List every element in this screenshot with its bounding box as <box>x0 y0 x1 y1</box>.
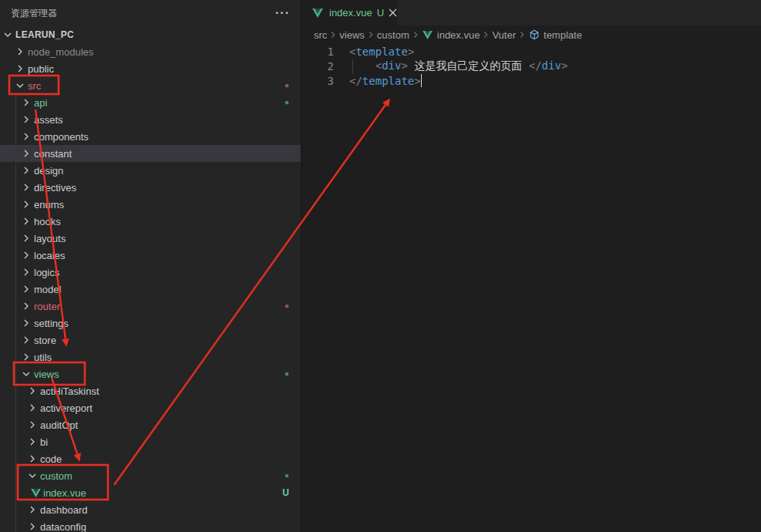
tree-item-label: code <box>40 453 62 465</box>
tree-item-components[interactable]: components <box>0 128 301 145</box>
tree-item-logics[interactable]: logics <box>0 264 301 281</box>
tree-item-settings[interactable]: settings <box>0 315 301 332</box>
tree-item-auditOpt[interactable]: auditOpt <box>0 416 301 433</box>
tree-item-label: hooks <box>34 216 61 227</box>
tree-item-label: bi <box>40 436 48 448</box>
line-number: 2 <box>302 60 334 72</box>
tree-item-label: model <box>34 284 61 295</box>
line-number: 3 <box>302 75 334 87</box>
tree-item-label: public <box>28 63 54 75</box>
tree-item-label: components <box>34 131 89 143</box>
editor-indent-guide <box>352 59 353 74</box>
tab-label: index.vue <box>329 7 372 19</box>
chevron-down-icon <box>20 368 32 380</box>
chevron-right-icon <box>20 249 32 261</box>
tree-item-locales[interactable]: locales <box>0 247 301 264</box>
breadcrumb-item-src[interactable]: src <box>314 29 327 41</box>
breadcrumb-item-custom[interactable]: custom <box>377 29 409 41</box>
breadcrumb-label: Vuter <box>492 29 516 41</box>
chevron-right-icon <box>20 113 32 126</box>
tree-item-node_modules[interactable]: node_modules <box>0 43 301 60</box>
tree-item-dataconfig[interactable]: dataconfig <box>0 518 301 532</box>
breadcrumb: src views custom index.vue Vuter templat… <box>302 25 761 44</box>
tree-item-code[interactable]: code <box>0 450 301 467</box>
close-icon[interactable] <box>389 8 397 17</box>
chevron-right-icon <box>20 351 32 363</box>
tree-item-directives[interactable]: directives <box>0 179 301 196</box>
tab-modified-badge: U <box>377 7 384 19</box>
tree-item-store[interactable]: store <box>0 332 301 348</box>
tree-item-assets[interactable]: assets <box>0 111 301 128</box>
line-number: 1 <box>302 45 334 58</box>
breadcrumb-item-views[interactable]: views <box>339 29 365 41</box>
chevron-right-icon <box>14 62 26 75</box>
tree-item-index.vue[interactable]: index.vueU <box>0 484 301 501</box>
git-change-dot-badge: ● <box>285 99 289 106</box>
breadcrumb-label: index.vue <box>437 29 480 41</box>
tree-item-enums[interactable]: enums <box>0 196 301 213</box>
tree-item-api[interactable]: api● <box>0 94 301 111</box>
tree-item-bi[interactable]: bi <box>0 433 301 450</box>
tree-item-label: node_modules <box>28 46 93 58</box>
project-section-header[interactable]: LEARUN_PC <box>0 26 301 43</box>
tree-item-label: dataconfig <box>40 521 86 532</box>
chevron-right-icon <box>365 29 376 40</box>
tree-item-activereport[interactable]: activereport <box>0 399 301 416</box>
chevron-right-icon <box>20 130 32 143</box>
tree-item-src[interactable]: src● <box>0 77 301 94</box>
tree-item-label: enums <box>34 199 64 210</box>
tree-item-model[interactable]: model <box>0 281 301 298</box>
chevron-right-icon <box>26 385 39 397</box>
tree-item-label: utils <box>34 352 52 363</box>
explorer-sidebar: 资源管理器 ··· LEARUN_PC node_modules public … <box>0 0 301 532</box>
tree-item-views[interactable]: views● <box>0 365 301 382</box>
tree-item-constant[interactable]: constant <box>0 145 301 162</box>
breadcrumb-label: custom <box>377 29 409 41</box>
code-line: 3</template> <box>302 73 761 88</box>
tree-item-label: layouts <box>34 233 66 244</box>
breadcrumb-label: src <box>314 29 327 41</box>
tree-item-dashboard[interactable]: dashboard <box>0 501 301 518</box>
breadcrumb-item-template[interactable]: template <box>528 29 582 41</box>
vue-icon <box>29 487 42 499</box>
chevron-right-icon <box>20 96 32 109</box>
tree-item-hooks[interactable]: hooks <box>0 213 301 230</box>
code-editor[interactable]: 1<template>2 <div> 这是我自己定义的页面 </div>3</t… <box>302 44 761 88</box>
more-actions-icon[interactable]: ··· <box>275 9 290 17</box>
tree-item-label: directives <box>34 182 76 194</box>
code-line: 2 <div> 这是我自己定义的页面 </div> <box>302 59 761 73</box>
tree-item-actHiTaskinst[interactable]: actHiTaskinst <box>0 382 301 399</box>
tree-item-label: router <box>34 301 60 312</box>
chevron-right-icon <box>20 300 32 312</box>
chevron-right-icon <box>20 164 32 177</box>
breadcrumb-label: template <box>544 29 582 41</box>
tree-item-label: actHiTaskinst <box>40 386 99 397</box>
breadcrumb-item-Vuter[interactable]: Vuter <box>492 29 516 41</box>
chevron-down-icon <box>14 79 26 92</box>
vue-icon <box>422 29 434 41</box>
tree-item-label: store <box>34 335 56 346</box>
tree-item-public[interactable]: public <box>0 60 301 77</box>
tree-item-layouts[interactable]: layouts <box>0 230 301 247</box>
chevron-right-icon <box>328 29 338 40</box>
chevron-right-icon <box>20 147 32 160</box>
tree-item-label: src <box>28 80 41 92</box>
tree-item-label: api <box>34 97 47 109</box>
project-name: LEARUN_PC <box>15 29 74 40</box>
tab-index-vue[interactable]: index.vue U <box>302 0 398 25</box>
chevron-right-icon <box>20 283 32 295</box>
chevron-right-icon <box>26 402 39 414</box>
breadcrumb-item-index-vue[interactable]: index.vue <box>422 29 480 41</box>
chevron-right-icon <box>26 503 39 516</box>
tree-item-label: constant <box>34 148 72 160</box>
tree-item-router[interactable]: router● <box>0 298 301 315</box>
chevron-right-icon <box>20 215 32 227</box>
tree-item-label: design <box>34 165 63 177</box>
chevron-right-icon <box>26 419 39 431</box>
tree-item-utils[interactable]: utils <box>0 348 301 365</box>
tree-item-custom[interactable]: custom● <box>0 467 301 484</box>
tree-item-design[interactable]: design <box>0 162 301 179</box>
vue-icon <box>311 7 324 19</box>
git-status-badge: U <box>282 487 289 498</box>
explorer-title: 资源管理器 <box>11 7 57 20</box>
